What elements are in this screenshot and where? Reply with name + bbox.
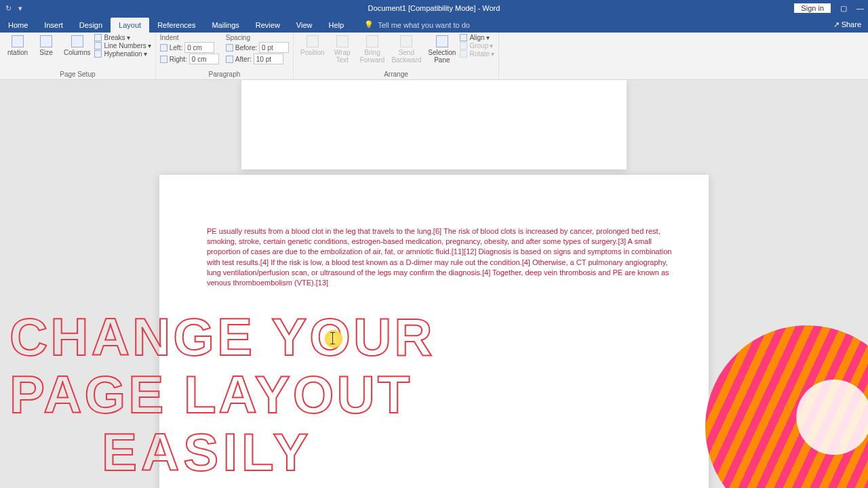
hyphenation-icon [94,50,102,58]
send-backward-button: Send Backward [389,34,424,65]
spacing-header: Spacing [226,34,289,41]
group-icon [460,42,467,49]
position-icon [307,35,319,47]
hyphenation-button[interactable]: Hyphenation▾ [94,50,151,58]
quick-access-toolbar: ↻ ▾ [0,4,28,13]
rotate-button: Rotate▾ [460,50,494,58]
align-label: Align [469,34,484,41]
spacing-after-row[interactable]: After:10 pt [226,54,289,64]
send-label: Send Backward [391,49,421,64]
line-numbers-icon [94,42,102,49]
arrange-group-label: Arrange [298,70,494,79]
spacing-before-row[interactable]: Before:0 pt [226,42,289,53]
line-numbers-button[interactable]: Line Numbers▾ [94,42,151,49]
tab-home[interactable]: Home [0,18,36,33]
spacing-after-label: After: [235,56,252,63]
indent-right-label: Right: [170,56,187,63]
titlebar: ↻ ▾ Document1 [Compatibility Mode] - Wor… [0,0,868,16]
group-obj-label: Group [469,42,488,49]
orientation-button[interactable]: ntation [4,34,31,58]
indent-left-icon [160,44,167,52]
share-label: Share [842,20,861,28]
rotate-label: Rotate [469,50,489,58]
tab-layout[interactable]: Layout [111,18,149,33]
columns-button[interactable]: Columns [61,34,93,58]
document-area[interactable]: PE usually results from a blood clot in … [0,80,868,488]
tab-insert[interactable]: Insert [36,18,71,33]
signin-button[interactable]: Sign in [794,3,831,13]
minimize-button[interactable]: — [856,4,864,12]
wrap-text-button: Wrap Text [329,34,356,65]
indent-header: Indent [160,34,219,41]
spacing-after-value[interactable]: 10 pt [254,54,283,64]
send-backward-icon [400,35,412,47]
indent-left-label: Left: [170,44,182,52]
ribbon-options-icon[interactable]: ▢ [840,4,847,13]
tab-references[interactable]: References [149,18,203,33]
tab-design[interactable]: Design [71,18,111,33]
tab-view[interactable]: View [288,18,321,33]
breaks-icon [94,34,102,41]
tab-help[interactable]: Help [321,18,353,33]
size-label: Size [39,49,52,56]
page-setup-group-label: Page Setup [4,70,151,79]
breaks-button[interactable]: Breaks▾ [94,34,151,41]
selection-pane-icon [436,35,448,47]
position-label: Position [300,49,325,56]
autosave-icon[interactable]: ↻ [5,4,12,13]
tellme-input[interactable]: Tell me what you want to do [378,21,470,33]
hyphenation-label: Hyphenation [104,50,142,58]
tab-review[interactable]: Review [248,18,288,33]
align-button[interactable]: Align▾ [460,34,494,41]
bring-forward-icon [366,35,378,47]
selection-label: Selection Pane [428,49,456,64]
size-icon [40,35,52,47]
tellme-bulb-icon: 💡 [352,20,378,33]
tab-mailings[interactable]: Mailings [203,18,247,33]
paragraph-group-label: Paragraph [160,70,289,79]
previous-page[interactable] [241,80,627,169]
indent-right-row[interactable]: Right:0 cm [160,54,219,64]
orientation-icon [12,35,24,47]
bring-label: Bring Forward [360,49,385,64]
columns-icon [71,35,83,47]
bring-forward-button: Bring Forward [357,34,388,65]
orientation-label: ntation [7,49,28,56]
spacing-before-label: Before: [235,44,257,52]
spacing-after-icon [226,56,233,63]
indent-right-value[interactable]: 0 cm [189,54,219,64]
ribbon: ntation Size Columns Breaks▾ Line Number… [0,33,868,80]
selection-pane-button[interactable]: Selection Pane [425,34,458,65]
spacing-before-value[interactable]: 0 pt [259,42,289,53]
position-button: Position [298,34,328,58]
wrap-label: Wrap Text [334,49,351,64]
ribbon-tabbar: Home Insert Design Layout References Mai… [0,16,868,33]
line-numbers-label: Line Numbers [104,42,146,49]
window-title: Document1 [Compatibility Mode] - Word [368,4,500,12]
size-button[interactable]: Size [33,34,60,58]
columns-label: Columns [64,49,90,56]
page[interactable]: PE usually results from a blood clot in … [159,175,709,488]
group-button: Group▾ [460,42,494,49]
wrap-icon [336,35,349,47]
indent-left-value[interactable]: 0 cm [184,42,214,53]
indent-right-icon [160,56,167,63]
qat-customize-icon[interactable]: ▾ [18,4,22,13]
rotate-icon [460,50,467,58]
share-button[interactable]: ↗ Share [827,20,868,33]
breaks-label: Breaks [104,34,125,41]
spacing-before-icon [226,44,233,52]
document-text[interactable]: PE usually results from a blood clot in … [207,226,679,288]
indent-left-row[interactable]: Left:0 cm [160,42,219,53]
align-icon [460,34,467,41]
